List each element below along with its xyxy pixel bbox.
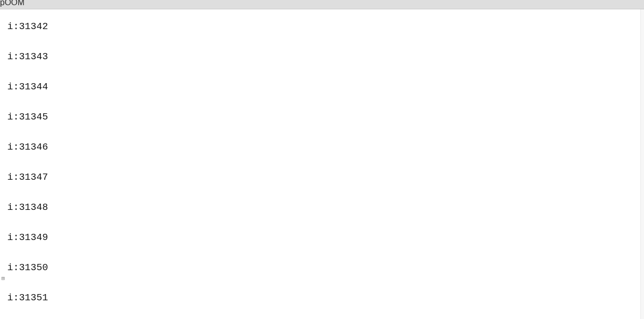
fold-expand-icon[interactable]: ⊞ bbox=[0, 275, 6, 282]
output-line: i:31345 bbox=[7, 110, 644, 125]
output-line: i:31348 bbox=[7, 200, 644, 215]
output-line: i:31351 bbox=[7, 290, 644, 305]
output-line: i:31349 bbox=[7, 230, 644, 245]
output-line: i:31350 bbox=[7, 260, 644, 275]
tab-bar: pOOM bbox=[0, 0, 644, 9]
tab-title[interactable]: pOOM bbox=[0, 0, 27, 7]
output-line: i:31342 bbox=[7, 19, 644, 34]
console-output: i:31342 i:31343 i:31344 i:31345 i:31346 … bbox=[0, 9, 644, 319]
scrollbar-vertical[interactable] bbox=[640, 9, 644, 319]
output-line: i:31346 bbox=[7, 140, 644, 155]
output-line: i:31344 bbox=[7, 79, 644, 95]
output-line: i:31347 bbox=[7, 170, 644, 185]
output-line: i:31343 bbox=[7, 49, 644, 64]
